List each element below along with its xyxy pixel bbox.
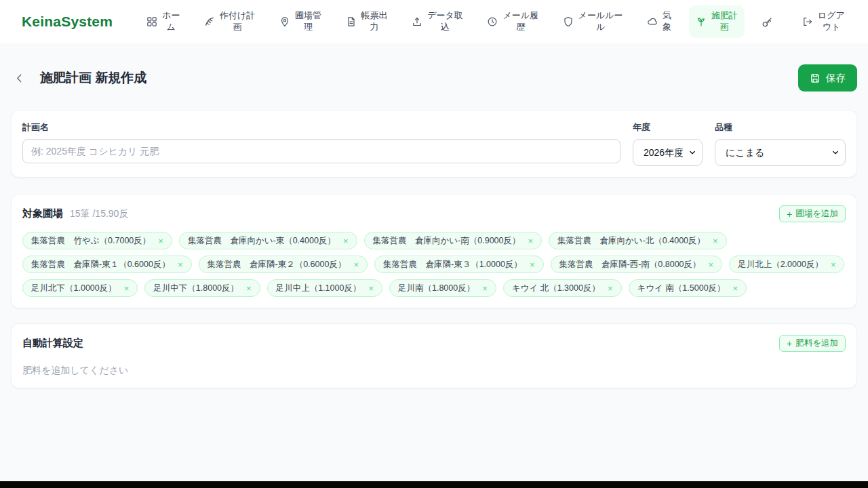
add-fertilizer-label: 肥料を追加 (795, 338, 838, 349)
remove-field-button[interactable]: × (482, 284, 488, 293)
nav-item-mail-rules[interactable]: メールルー ル (556, 5, 630, 38)
field-tag-label: 足川中上（1.1000反） (276, 283, 361, 294)
auto-calc-title: 自動計算設定 (22, 337, 83, 350)
remove-field-button[interactable]: × (353, 260, 359, 269)
field-tag-label: 集落営農 倉庫向かい-東（0.4000反） (188, 235, 336, 247)
nav-label: 帳票出 力 (361, 10, 388, 33)
sprout-icon (696, 16, 707, 27)
chevron-left-icon (14, 73, 25, 84)
nav-item-fertilization-plan[interactable]: 施肥計 画 (689, 5, 745, 38)
nav-label: ホー ム (162, 10, 180, 33)
remove-field-button[interactable]: × (528, 237, 533, 245)
remove-field-button[interactable]: × (530, 260, 535, 269)
field-tag-label: 足川北下（1.0000反） (31, 283, 117, 294)
nav-item-mail-history[interactable]: メール履 歴 (480, 5, 545, 38)
plan-name-input[interactable] (22, 139, 620, 163)
field-tag: 集落営農 竹やぶ（0.7000反） × (22, 232, 172, 249)
remove-field-button[interactable]: × (178, 260, 183, 269)
nav-label: 施肥計 画 (711, 10, 738, 33)
year-group: 年度 2026年度 (633, 121, 703, 166)
top-navbar: KeinaSystem ホー ム 作付け計 画 圃場管 理 帳票出 力 (0, 0, 868, 43)
plus-icon: + (787, 209, 792, 219)
add-field-button[interactable]: + 圃場を追加 (779, 205, 846, 222)
field-tag-label: 集落営農 倉庫隣-東２（0.6000反） (208, 259, 347, 270)
field-tag: 集落営農 倉庫隣-東１（0.6000反） × (22, 256, 192, 273)
nav-item-report-output[interactable]: 帳票出 力 (339, 5, 395, 38)
page-header: 施肥計画 新規作成 保存 (11, 64, 857, 92)
document-icon (346, 16, 357, 27)
brand-logo[interactable]: KeinaSystem (22, 14, 113, 30)
field-tag: 集落営農 倉庫向かい-南（0.9000反） × (364, 232, 542, 249)
plus-icon: + (787, 339, 792, 348)
field-tag: 集落営農 倉庫向かい-東（0.4000反） × (179, 232, 357, 249)
variety-group: 品種 にこまる (715, 121, 846, 166)
nav-label: 気 象 (663, 10, 671, 33)
field-tag: 足川中上（1.1000反） × (267, 279, 382, 297)
field-tag: 足川南（1.8000反） × (389, 279, 496, 297)
fertilizer-empty-text: 肥料を追加してください (22, 365, 846, 377)
nav-item-planting-plan[interactable]: 作付け計 画 (197, 5, 262, 38)
cloud-icon (647, 16, 658, 27)
shield-icon (563, 16, 574, 27)
grid-icon (146, 16, 157, 27)
remove-field-button[interactable]: × (343, 237, 349, 245)
field-tag: 集落営農 倉庫隣-東３（1.0000反） × (374, 256, 544, 273)
field-tag: 足川北上（2.0000反） × (729, 256, 844, 273)
field-tag-label: 足川南（1.8000反） (398, 283, 475, 294)
remove-field-button[interactable]: × (713, 237, 718, 245)
nav-label: メール履 歴 (502, 10, 538, 33)
field-tag-label: キウイ 南（1.5000反） (637, 283, 726, 294)
field-tags: 集落営農 竹やぶ（0.7000反） × 集落営農 倉庫向かい-東（0.4000反… (22, 232, 846, 297)
nav-label: ログア ウト (818, 10, 845, 33)
field-tag-label: 集落営農 倉庫向かい-北（0.4000反） (557, 235, 705, 247)
nav-label: 圃場管 理 (295, 10, 321, 33)
field-tag: 足川中下（1.8000反） × (144, 279, 260, 297)
target-fields-title: 対象圃場 (22, 207, 63, 220)
field-tag-label: 集落営農 倉庫隣-東１（0.6000反） (31, 259, 170, 270)
remove-field-button[interactable]: × (158, 237, 163, 245)
remove-field-button[interactable]: × (831, 260, 836, 269)
nav-label: 作付け計 画 (220, 10, 255, 33)
remove-field-button[interactable]: × (368, 284, 374, 293)
wheat-icon (204, 16, 215, 27)
plan-name-label: 計画名 (22, 121, 620, 134)
nav-item-logout[interactable]: ログア ウト (795, 5, 852, 38)
field-tag: キウイ 南（1.5000反） × (629, 279, 747, 297)
field-tag: 集落営農 倉庫隣-東２（0.6000反） × (199, 256, 368, 273)
year-select[interactable]: 2026年度 (633, 139, 703, 166)
auto-calc-card: 自動計算設定 + 肥料を追加 肥料を追加してください (11, 323, 857, 388)
remove-field-button[interactable]: × (246, 284, 252, 293)
save-icon (810, 73, 821, 83)
add-fertilizer-button[interactable]: + 肥料を追加 (779, 335, 846, 352)
field-tag-label: 集落営農 倉庫向かい-南（0.9000反） (373, 235, 521, 247)
field-tag: 集落営農 倉庫向かい-北（0.4000反） × (549, 232, 727, 249)
add-field-label: 圃場を追加 (795, 208, 838, 220)
remove-field-button[interactable]: × (124, 284, 130, 293)
nav-item-password[interactable] (755, 12, 785, 33)
variety-label: 品種 (715, 121, 846, 134)
back-button[interactable] (11, 70, 28, 87)
target-fields-card: 対象圃場 15筆 /15.90反 + 圃場を追加 集落営農 竹やぶ（0.7000… (11, 194, 857, 308)
map-pin-icon (279, 16, 290, 27)
remove-field-button[interactable]: × (709, 260, 714, 269)
remove-field-button[interactable]: × (733, 284, 738, 293)
field-tag-label: 足川中下（1.8000反） (153, 283, 239, 294)
page-title: 施肥計画 新規作成 (40, 69, 146, 87)
variety-select[interactable]: にこまる (715, 139, 846, 166)
target-fields-count: 15筆 /15.90反 (70, 208, 128, 220)
field-tag-label: 集落営農 竹やぶ（0.7000反） (31, 235, 151, 247)
field-tag-label: キウイ 北（1.3000反） (512, 283, 600, 294)
remove-field-button[interactable]: × (608, 284, 613, 293)
main-nav: ホー ム 作付け計 画 圃場管 理 帳票出 力 データ取 込 (140, 5, 852, 38)
nav-item-field-management[interactable]: 圃場管 理 (273, 5, 328, 38)
nav-item-home[interactable]: ホー ム (140, 5, 186, 38)
field-tag: 足川北下（1.0000反） × (22, 279, 138, 297)
bottom-bar (0, 481, 868, 488)
save-label: 保存 (826, 72, 846, 85)
save-button[interactable]: 保存 (798, 64, 857, 92)
nav-label: データ取 込 (427, 10, 463, 33)
logout-icon (802, 16, 813, 27)
nav-item-data-import[interactable]: データ取 込 (405, 5, 470, 38)
nav-item-weather[interactable]: 気 象 (640, 5, 678, 38)
year-label: 年度 (633, 121, 703, 134)
